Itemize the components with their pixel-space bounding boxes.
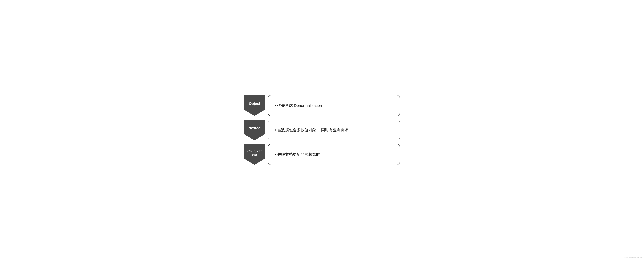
object-content-box: • 优先考虑 Denormalization: [268, 95, 400, 116]
main-container: Object • 优先考虑 Denormalization Nested • 当…: [244, 95, 400, 165]
child-parent-label-text: Child/Parent: [247, 149, 262, 157]
child-parent-label: Child/Parent: [244, 144, 265, 165]
object-label: Object: [244, 95, 265, 116]
nested-row: Nested • 当数据包含多数值对象 ，同时有查询需求: [244, 120, 400, 140]
nested-label-text: Nested: [248, 126, 260, 130]
object-label-text: Object: [249, 102, 260, 106]
child-parent-row: Child/Parent • 关联文档更新非常频繁时: [244, 144, 400, 165]
object-content-text: • 优先考虑 Denormalization: [275, 102, 322, 109]
child-parent-content-box: • 关联文档更新非常频繁时: [268, 144, 400, 165]
nested-content-text: • 当数据包含多数值对象 ，同时有查询需求: [275, 127, 348, 133]
object-row: Object • 优先考虑 Denormalization: [244, 95, 400, 116]
watermark: ©2024 某培训机构版权所有: [624, 256, 643, 259]
child-parent-content-text: • 关联文档更新非常频繁时: [275, 151, 320, 158]
nested-content-box: • 当数据包含多数值对象 ，同时有查询需求: [268, 120, 400, 140]
nested-label: Nested: [244, 120, 265, 140]
